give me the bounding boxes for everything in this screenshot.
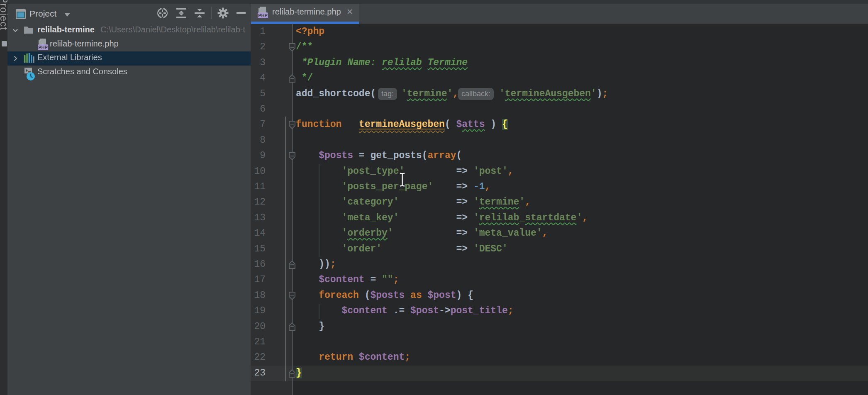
svg-text:PHP: PHP	[38, 45, 48, 50]
svg-text:PHP: PHP	[258, 13, 268, 18]
